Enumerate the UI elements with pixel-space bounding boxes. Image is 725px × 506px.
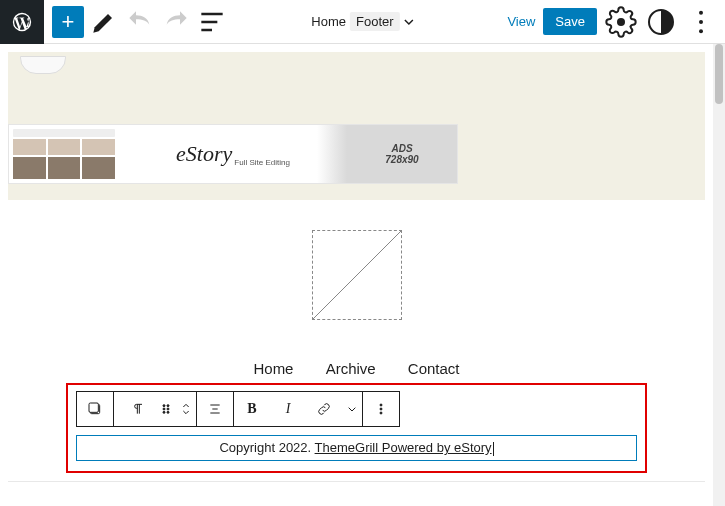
right-tools: View Save bbox=[507, 6, 717, 38]
svg-point-2 bbox=[699, 10, 703, 14]
bottom-divider bbox=[8, 481, 705, 482]
scrollbar-thumb[interactable] bbox=[715, 44, 723, 104]
svg-point-11 bbox=[163, 411, 165, 413]
svg-point-8 bbox=[167, 405, 169, 407]
svg-rect-6 bbox=[89, 403, 98, 412]
copyright-prefix: Copyright 2022. bbox=[219, 440, 314, 455]
wordpress-logo[interactable] bbox=[0, 0, 44, 44]
pilcrow-icon[interactable] bbox=[120, 392, 156, 426]
vertical-scrollbar[interactable] bbox=[713, 44, 725, 506]
content-upper: eStory Full Site Editing ADS 728x90 bbox=[8, 52, 705, 200]
ad-label: ADS bbox=[391, 143, 412, 154]
editor-canvas: eStory Full Site Editing ADS 728x90 Home… bbox=[0, 44, 725, 506]
svg-point-15 bbox=[380, 412, 382, 414]
footer-area: Home Archive Contact bbox=[8, 200, 705, 482]
ad-tagline: Full Site Editing bbox=[234, 158, 290, 167]
ad-brand: eStory bbox=[176, 141, 232, 167]
block-toolbar: B I bbox=[76, 391, 400, 427]
undo-icon[interactable] bbox=[124, 6, 156, 38]
settings-icon[interactable] bbox=[605, 6, 637, 38]
styles-icon[interactable] bbox=[645, 6, 677, 38]
breadcrumb[interactable]: Home Footer bbox=[311, 12, 413, 31]
drag-handle-icon[interactable] bbox=[156, 392, 176, 426]
partial-element bbox=[20, 56, 66, 74]
svg-point-4 bbox=[699, 29, 703, 33]
svg-point-3 bbox=[699, 20, 703, 24]
copyright-link-text: ThemeGrill Powered by eStory bbox=[315, 440, 492, 455]
view-link[interactable]: View bbox=[507, 14, 535, 29]
ad-size: 728x90 bbox=[385, 154, 418, 165]
svg-point-14 bbox=[380, 408, 382, 410]
nav-archive[interactable]: Archive bbox=[326, 360, 376, 377]
breadcrumb-home: Home bbox=[311, 14, 346, 29]
footer-nav: Home Archive Contact bbox=[8, 360, 705, 377]
more-options-icon[interactable] bbox=[363, 392, 399, 426]
redo-icon[interactable] bbox=[160, 6, 192, 38]
ad-thumbs bbox=[9, 125, 119, 183]
save-button[interactable]: Save bbox=[543, 8, 597, 35]
more-icon[interactable] bbox=[685, 6, 717, 38]
paragraph-block-icon[interactable] bbox=[77, 392, 113, 426]
nav-home[interactable]: Home bbox=[253, 360, 293, 377]
nav-contact[interactable]: Contact bbox=[408, 360, 460, 377]
svg-point-12 bbox=[167, 411, 169, 413]
svg-point-9 bbox=[163, 408, 165, 410]
chevron-down-icon[interactable] bbox=[342, 392, 362, 426]
bold-icon[interactable]: B bbox=[234, 392, 270, 426]
link-icon[interactable] bbox=[306, 392, 342, 426]
svg-point-0 bbox=[617, 18, 625, 26]
list-view-icon[interactable] bbox=[196, 6, 228, 38]
highlighted-area: B I bbox=[66, 383, 647, 473]
editor-topbar: + Home Footer View Save bbox=[0, 0, 725, 44]
image-placeholder[interactable] bbox=[312, 230, 402, 320]
svg-point-7 bbox=[163, 405, 165, 407]
left-tools: + bbox=[52, 6, 228, 38]
add-block-button[interactable]: + bbox=[52, 6, 84, 38]
breadcrumb-footer: Footer bbox=[350, 12, 400, 31]
copyright-paragraph[interactable]: Copyright 2022. ThemeGrill Powered by eS… bbox=[76, 435, 637, 461]
align-icon[interactable] bbox=[197, 392, 233, 426]
chevron-down-icon bbox=[404, 17, 414, 27]
ad-right: ADS 728x90 bbox=[347, 125, 457, 183]
text-caret bbox=[493, 442, 494, 456]
italic-icon[interactable]: I bbox=[270, 392, 306, 426]
svg-point-10 bbox=[167, 408, 169, 410]
ad-banner[interactable]: eStory Full Site Editing ADS 728x90 bbox=[8, 124, 458, 184]
ad-mid: eStory Full Site Editing bbox=[119, 125, 347, 183]
edit-tool-icon[interactable] bbox=[88, 6, 120, 38]
move-arrows-icon[interactable] bbox=[176, 392, 196, 426]
svg-point-13 bbox=[380, 404, 382, 406]
